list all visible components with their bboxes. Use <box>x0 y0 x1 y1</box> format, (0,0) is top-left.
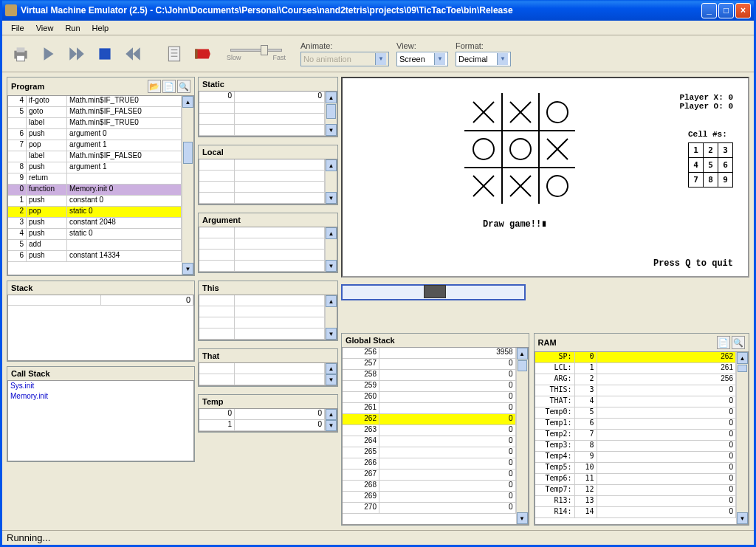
program-row[interactable]: 3pushconstant 2048 <box>8 218 182 229</box>
print-button[interactable] <box>10 43 32 65</box>
global-stack-row[interactable]: 2590 <box>343 381 516 392</box>
global-stack-row[interactable]: 2630 <box>343 425 516 436</box>
menu-file[interactable]: File <box>5 22 30 34</box>
program-row[interactable]: 1pushconstant 0 <box>8 196 182 207</box>
ram-panel: RAM 📄 🔍 SP:0262LCL:1261ARG:2256THIS:30TH… <box>534 333 749 526</box>
global-stack-row[interactable]: 2600 <box>343 392 516 403</box>
this-grid[interactable]: ▲▼ <box>199 295 337 340</box>
ram-row[interactable]: THAT:40 <box>535 396 736 407</box>
format-label: Format: <box>456 41 511 50</box>
menu-run[interactable]: Run <box>59 22 86 34</box>
global-stack-row[interactable]: 2670 <box>343 469 516 481</box>
keyboard-icon <box>424 285 446 298</box>
view-combo[interactable]: Screen▼ <box>396 52 448 66</box>
ram-row[interactable]: LCL:1261 <box>535 363 736 374</box>
this-panel: This ▲▼ <box>198 281 338 341</box>
global-stack-row[interactable]: 2640 <box>343 436 516 447</box>
search-button[interactable]: 🔍 <box>177 80 190 93</box>
ram-row[interactable]: Temp0:50 <box>535 407 736 419</box>
global-stack-row[interactable]: 2620 <box>343 414 516 425</box>
program-row[interactable]: 2popstatic 0 <box>8 207 182 218</box>
new-file-button[interactable]: 📄 <box>162 80 176 93</box>
callstack-item: Sys.init <box>9 382 193 392</box>
program-row[interactable]: 5gotoMath.min$IF_FALSE0 <box>8 107 182 118</box>
temp-title: Temp <box>202 397 224 406</box>
program-row[interactable]: 7popargument 1 <box>8 140 182 151</box>
global-stack-grid[interactable]: 2563958257025802590260026102620263026402… <box>342 347 529 525</box>
speed-slider[interactable]: SlowFast <box>227 47 286 61</box>
ram-row[interactable]: Temp4:90 <box>535 452 736 463</box>
stop-button[interactable] <box>94 43 116 65</box>
program-row[interactable]: labelMath.min$IF_TRUE0 <box>8 118 182 129</box>
ram-row[interactable]: SP:0262 <box>535 352 736 363</box>
stack-list[interactable]: 0 <box>7 295 194 361</box>
program-row[interactable]: 9return <box>8 173 182 185</box>
ram-row[interactable]: Temp6:110 <box>535 474 736 485</box>
global-stack-row[interactable]: 2570 <box>343 359 516 370</box>
stack-panel: Stack 0 <box>7 281 195 362</box>
script-button[interactable] <box>163 43 185 65</box>
fast-label: Fast <box>272 54 286 61</box>
global-stack-row[interactable]: 2580 <box>343 370 516 381</box>
global-stack-row[interactable]: 2563958 <box>343 348 516 359</box>
temp-grid[interactable]: 0010▲▼ <box>199 408 337 432</box>
ram-grid[interactable]: SP:0262LCL:1261ARG:2256THIS:30THAT:40Tem… <box>535 351 749 525</box>
global-stack-row[interactable]: 2650 <box>343 447 516 458</box>
ram-row[interactable]: R13:130 <box>535 496 736 507</box>
ram-row[interactable]: Temp5:100 <box>535 463 736 474</box>
ram-row[interactable]: R14:140 <box>535 507 736 518</box>
callstack-list[interactable]: Sys.init Memory.init <box>7 380 194 461</box>
ram-row[interactable]: ARG:2256 <box>535 374 736 385</box>
score-display: Player X: 0 Player O: 0 <box>679 93 733 111</box>
that-grid[interactable]: ▲▼ <box>199 362 337 386</box>
scrollbar[interactable]: ▲▼ <box>182 96 193 275</box>
format-combo[interactable]: Decimal▼ <box>456 52 511 66</box>
svg-rect-8 <box>195 49 197 58</box>
ram-row[interactable]: Temp1:60 <box>535 419 736 430</box>
program-row[interactable]: 8pushargument 1 <box>8 162 182 173</box>
global-stack-row[interactable]: 2690 <box>343 492 516 503</box>
ram-row[interactable]: Temp7:120 <box>535 485 736 496</box>
argument-grid[interactable]: ▲▼ <box>199 227 337 272</box>
step-button[interactable] <box>38 43 60 65</box>
stack-value: 0 <box>101 295 194 305</box>
static-grid[interactable]: 00 ▲▼ <box>199 91 337 137</box>
ram-row[interactable]: Temp2:70 <box>535 430 736 441</box>
close-button[interactable]: × <box>735 3 751 18</box>
titlebar: Virtual Machine Emulator (2.5) - C:\John… <box>2 0 754 21</box>
program-row[interactable]: 6pushargument 0 <box>8 129 182 140</box>
rewind-button[interactable] <box>122 43 144 65</box>
program-grid[interactable]: 4if-gotoMath.min$IF_TRUE05gotoMath.min$I… <box>7 95 194 275</box>
global-stack-row[interactable]: 2680 <box>343 481 516 492</box>
program-row[interactable]: 6pushconstant 14334 <box>8 251 182 262</box>
program-row[interactable]: 4pushstatic 0 <box>8 229 182 240</box>
that-title: That <box>202 351 219 360</box>
fast-forward-button[interactable] <box>66 43 88 65</box>
animate-combo[interactable]: No animation▼ <box>300 52 389 66</box>
ram-row[interactable]: THIS:30 <box>535 385 736 396</box>
program-row[interactable]: 5add <box>8 240 182 251</box>
ram-goto-button[interactable]: 📄 <box>717 336 730 349</box>
global-stack-row[interactable]: 2660 <box>343 458 516 469</box>
program-row[interactable]: labelMath.min$IF_FALSE0 <box>8 151 182 162</box>
program-row[interactable]: 4if-gotoMath.min$IF_TRUE0 <box>8 96 182 107</box>
static-panel: Static 00 ▲▼ <box>198 77 338 137</box>
maximize-button[interactable]: □ <box>718 3 734 18</box>
global-stack-row[interactable]: 2610 <box>343 403 516 414</box>
minimize-button[interactable]: _ <box>701 3 717 18</box>
argument-title: Argument <box>202 216 241 224</box>
ram-row[interactable]: Temp3:80 <box>535 441 736 452</box>
open-folder-button[interactable]: 📂 <box>148 80 161 93</box>
program-row[interactable]: 0functionMemory.init 0 <box>8 185 182 196</box>
svg-point-22 <box>547 176 568 196</box>
menu-view[interactable]: View <box>30 22 60 34</box>
slow-label: Slow <box>227 54 241 61</box>
menu-help[interactable]: Help <box>86 22 115 34</box>
that-panel: That ▲▼ <box>198 348 338 387</box>
breakpoint-button[interactable] <box>191 43 213 65</box>
global-stack-row[interactable]: 2700 <box>343 503 516 514</box>
ram-search-button[interactable]: 🔍 <box>732 336 745 349</box>
game-message: Draw game!!∎ <box>483 219 546 230</box>
local-grid[interactable]: ▲▼ <box>199 159 337 204</box>
svg-point-14 <box>473 139 494 159</box>
